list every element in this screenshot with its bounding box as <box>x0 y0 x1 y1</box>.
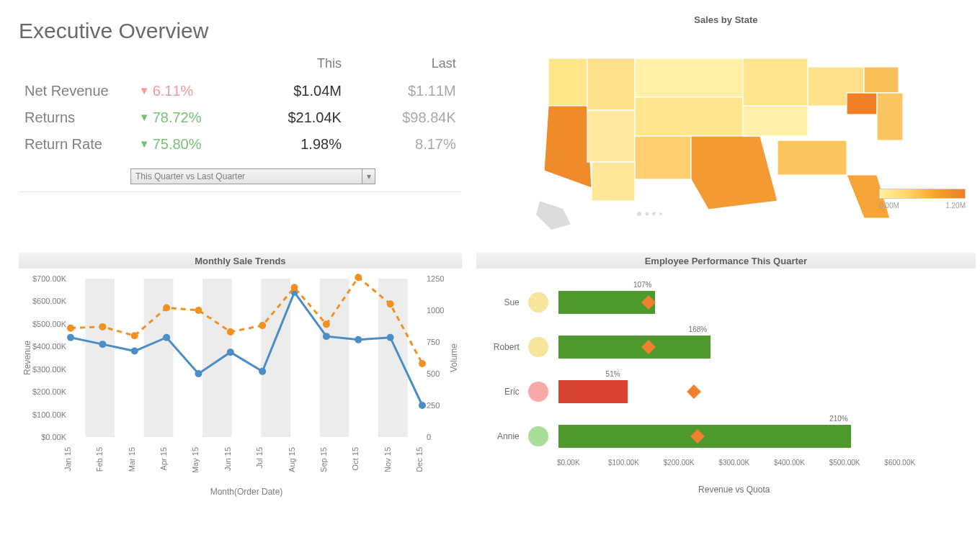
svg-text:Aug 15: Aug 15 <box>288 447 296 472</box>
kpi-this: $1.04M <box>249 78 346 104</box>
executive-overview-panel: Executive Overview This Last Net Revenue… <box>19 14 462 244</box>
svg-text:Apr 15: Apr 15 <box>159 447 168 470</box>
svg-text:Nov 15: Nov 15 <box>383 447 392 472</box>
svg-point-15 <box>645 212 649 216</box>
svg-point-64 <box>131 332 138 339</box>
kpi-delta: ▼78.72% <box>135 105 248 130</box>
svg-text:$100.00K: $100.00K <box>32 410 67 419</box>
status-dot-icon <box>528 292 548 312</box>
kpi-this: 1.98% <box>249 132 346 157</box>
svg-text:Dec 15: Dec 15 <box>415 447 424 472</box>
employee-x-label: Revenue vs Quota <box>569 485 900 495</box>
performance-title: Employee Performance This Quarter <box>476 253 976 269</box>
svg-point-58 <box>323 333 330 340</box>
svg-text:750: 750 <box>427 338 440 346</box>
employee-row: Sue 107% <box>476 280 976 325</box>
svg-rect-1 <box>587 58 635 110</box>
svg-text:Sep 15: Sep 15 <box>319 447 328 472</box>
kpi-delta: ▼75.80% <box>135 132 248 157</box>
svg-text:250: 250 <box>427 401 440 410</box>
monthly-sale-trends-chart[interactable]: $0.00K$100.00K$200.00K$300.00K$400.00K$5… <box>19 269 466 499</box>
svg-rect-21 <box>261 279 290 437</box>
chevron-down-icon: ▾ <box>362 169 375 184</box>
svg-rect-20 <box>202 279 232 437</box>
svg-point-61 <box>419 402 426 409</box>
monthly-sale-trends-panel: Monthly Sale Trends $0.00K$100.00K$200.0… <box>19 244 462 501</box>
page-title: Executive Overview <box>19 19 462 43</box>
status-dot-icon <box>528 337 548 357</box>
kpi-table: This Last Net Revenue ▼6.11% $1.04M $1.1… <box>19 53 462 158</box>
svg-text:Jun 15: Jun 15 <box>223 447 232 471</box>
svg-text:500: 500 <box>427 369 440 378</box>
kpi-row: Returns ▼78.72% $21.04K $98.84K <box>20 105 460 130</box>
svg-text:Jan 15: Jan 15 <box>63 447 72 471</box>
employee-performance-panel: Employee Performance This Quarter Sue 10… <box>476 244 976 501</box>
employee-bar[interactable]: 107% <box>558 291 890 314</box>
svg-rect-7 <box>743 106 808 136</box>
svg-rect-2 <box>587 110 635 162</box>
pct-of-quota: 168% <box>689 325 708 333</box>
svg-rect-13 <box>592 162 635 201</box>
period-comparison-select[interactable]: This Quarter vs Last Quarter ▾ <box>130 168 375 184</box>
svg-rect-18 <box>85 279 115 437</box>
svg-text:$500.00K: $500.00K <box>32 320 67 328</box>
svg-rect-19 <box>144 279 174 437</box>
svg-text:Jul 15: Jul 15 <box>255 447 264 468</box>
employee-name: Eric <box>476 387 528 397</box>
status-dot-icon <box>528 426 548 446</box>
kpi-last: 8.17% <box>347 132 460 157</box>
svg-text:Mar 15: Mar 15 <box>128 447 136 472</box>
svg-text:$700.00K: $700.00K <box>32 274 67 283</box>
employee-x-axis: $0.00K$100.00K$200.00K$300.00K$400.00K$5… <box>569 459 900 480</box>
svg-text:$200.00K: $200.00K <box>32 387 67 396</box>
svg-text:May 15: May 15 <box>191 447 200 473</box>
svg-point-54 <box>195 370 202 377</box>
triangle-down-icon: ▼ <box>139 84 150 96</box>
employee-bar[interactable]: 168% <box>558 336 890 359</box>
svg-text:$400.00K: $400.00K <box>32 342 67 351</box>
kpi-label: Net Revenue <box>20 78 133 104</box>
svg-point-51 <box>99 341 106 348</box>
svg-point-16 <box>652 212 656 216</box>
kpi-this: $21.04K <box>249 105 346 130</box>
svg-point-60 <box>387 334 394 341</box>
svg-point-55 <box>227 348 234 356</box>
kpi-label: Returns <box>20 105 133 130</box>
kpi-row: Return Rate ▼75.80% 1.98% 8.17% <box>20 132 460 157</box>
svg-rect-5 <box>635 136 691 179</box>
trends-title: Monthly Sale Trends <box>19 253 462 269</box>
svg-rect-12 <box>877 93 903 140</box>
sales-by-state-panel: Sales by State <box>476 14 976 244</box>
svg-text:1000: 1000 <box>427 306 444 315</box>
svg-point-14 <box>637 211 642 216</box>
svg-rect-4 <box>635 97 743 136</box>
map-title: Sales by State <box>476 14 976 25</box>
svg-text:$0.00K: $0.00K <box>41 433 67 441</box>
kpi-row: Net Revenue ▼6.11% $1.04M $1.11M <box>20 78 460 104</box>
kpi-col-this: This <box>249 55 346 77</box>
quota-marker-icon <box>687 384 701 399</box>
svg-point-17 <box>659 212 663 216</box>
pct-of-quota: 210% <box>829 415 848 423</box>
svg-text:$600.00K: $600.00K <box>32 297 67 305</box>
svg-point-63 <box>99 323 106 330</box>
svg-text:Volume: Volume <box>449 343 459 372</box>
svg-text:Month(Order Date): Month(Order Date) <box>210 487 283 497</box>
employee-bar[interactable]: 51% <box>558 380 890 403</box>
svg-point-71 <box>355 274 362 281</box>
kpi-last: $98.84K <box>347 105 460 130</box>
kpi-col-last: Last <box>347 55 460 77</box>
employee-bar[interactable]: 210% <box>558 425 890 448</box>
us-choropleth-map[interactable] <box>502 28 949 244</box>
svg-point-53 <box>163 334 170 341</box>
svg-text:1250: 1250 <box>427 274 444 283</box>
svg-rect-0 <box>548 58 587 106</box>
svg-rect-8 <box>778 140 847 175</box>
svg-point-59 <box>355 336 362 343</box>
pct-of-quota: 51% <box>606 370 620 378</box>
svg-rect-11 <box>864 67 899 93</box>
svg-text:Feb 15: Feb 15 <box>95 447 104 472</box>
svg-point-66 <box>195 307 202 314</box>
svg-point-50 <box>67 334 74 341</box>
employee-row: Annie 210% <box>476 414 976 459</box>
